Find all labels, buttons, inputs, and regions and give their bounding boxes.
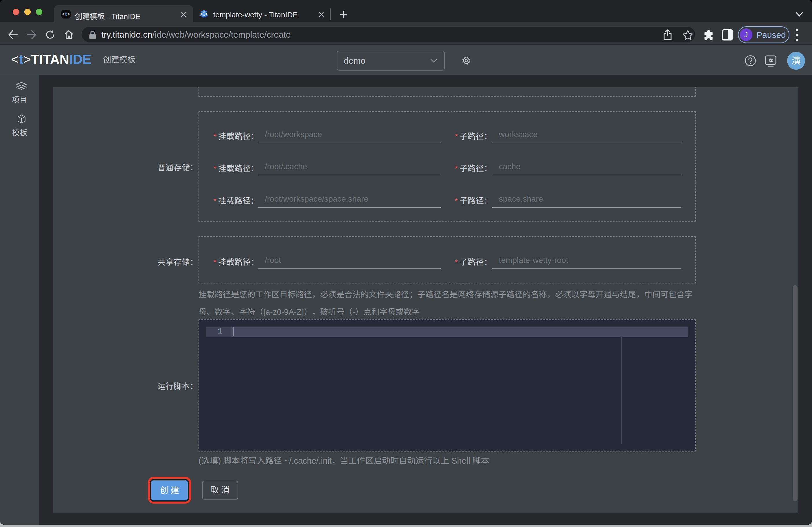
svg-text:</>: </> [202,11,206,13]
